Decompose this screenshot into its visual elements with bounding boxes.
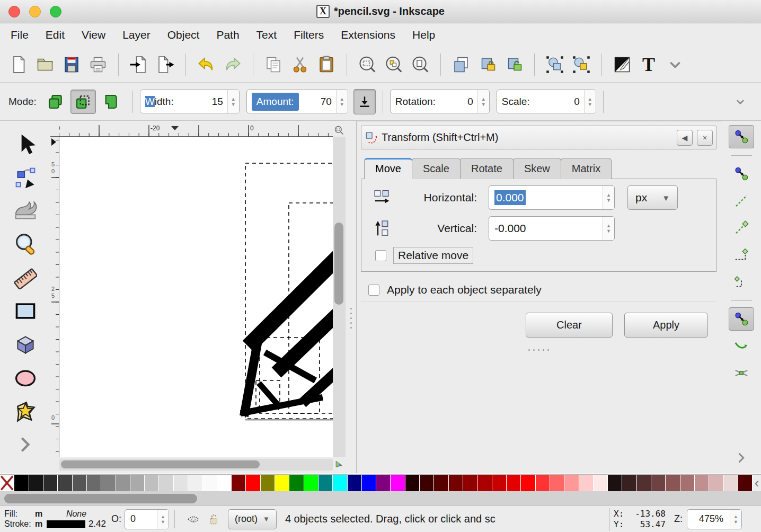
- export-document-button[interactable]: [152, 51, 179, 78]
- opacity-spinbox[interactable]: 0 ▲▼: [125, 509, 169, 529]
- undo-button[interactable]: [193, 51, 219, 78]
- ellipse-tool-button[interactable]: [9, 361, 42, 394]
- palette-swatch[interactable]: [492, 475, 507, 491]
- palette-swatch[interactable]: [145, 475, 159, 491]
- palette-swatch[interactable]: [695, 475, 709, 491]
- rotation-spin-arrows[interactable]: ▲▼: [477, 90, 489, 113]
- overflow-chevron-button[interactable]: [662, 51, 688, 78]
- menu-object[interactable]: Object: [159, 23, 208, 47]
- scale-spin-arrows[interactable]: ▲▼: [584, 90, 596, 113]
- use-pressure-toggle[interactable]: [353, 89, 376, 114]
- ruler-zoom-icon[interactable]: 1:1: [333, 123, 346, 137]
- paste-button[interactable]: [313, 51, 340, 78]
- horizontal-spin-arrows[interactable]: ▲▼: [603, 186, 614, 209]
- palette-swatch[interactable]: [348, 475, 362, 491]
- palette-swatch[interactable]: [333, 475, 347, 491]
- clear-button[interactable]: Clear: [526, 313, 613, 338]
- rectangle-tool-button[interactable]: [9, 294, 42, 327]
- snap-bbox-centers-button[interactable]: [729, 270, 754, 294]
- measure-tool-button[interactable]: [9, 261, 42, 294]
- tab-skew[interactable]: Skew: [513, 158, 561, 179]
- box3d-tool-button[interactable]: [9, 327, 42, 361]
- palette-swatch[interactable]: [362, 475, 376, 491]
- ungroup-button[interactable]: [568, 51, 595, 78]
- layer-visibility-icon[interactable]: [187, 512, 200, 526]
- palette-swatch[interactable]: [73, 475, 87, 491]
- palette-swatch[interactable]: [188, 475, 202, 491]
- zoom-spin-arrows[interactable]: ▲▼: [730, 510, 741, 529]
- palette-swatch[interactable]: [594, 475, 608, 491]
- zoom-window-button[interactable]: [50, 6, 61, 17]
- horizontal-ruler[interactable]: -40-200: [59, 123, 333, 137]
- snap-bbox-corners-button[interactable]: [729, 216, 754, 240]
- zoom-drawing-button[interactable]: [380, 51, 407, 78]
- palette-swatch[interactable]: [420, 475, 434, 491]
- scale-spinbox[interactable]: Scale: 0 ▲▼: [497, 90, 596, 113]
- palette-swatch[interactable]: [724, 475, 738, 491]
- apply-button[interactable]: Apply: [624, 313, 708, 338]
- text-dialog-button[interactable]: T: [635, 51, 662, 78]
- save-document-button[interactable]: [58, 51, 85, 78]
- palette-swatch[interactable]: [101, 475, 116, 491]
- horizontal-scrollbar[interactable]: [59, 459, 333, 471]
- apply-each-checkbox[interactable]: [368, 285, 379, 296]
- dialog-resize-grip[interactable]: [361, 349, 716, 351]
- palette-swatch[interactable]: [174, 475, 188, 491]
- menu-view[interactable]: View: [73, 23, 114, 47]
- palette-swatch[interactable]: [202, 475, 217, 491]
- snap-intersections-button[interactable]: [729, 361, 754, 385]
- tweak-tool-button[interactable]: [9, 194, 42, 227]
- minimize-window-button[interactable]: [29, 6, 41, 17]
- palette-swatch[interactable]: [261, 475, 275, 491]
- window-resize-grip[interactable]: [745, 509, 761, 530]
- create-clone-button[interactable]: [474, 51, 501, 78]
- snap-bounding-box-button[interactable]: [729, 162, 754, 185]
- palette-swatch[interactable]: [289, 475, 304, 491]
- unit-dropdown[interactable]: px▼: [627, 185, 678, 210]
- palette-swatch[interactable]: [449, 475, 463, 491]
- star-tool-button[interactable]: [9, 394, 42, 428]
- palette-swatch[interactable]: [376, 475, 391, 491]
- tab-rotate[interactable]: Rotate: [460, 158, 514, 179]
- close-window-button[interactable]: [8, 6, 20, 17]
- options-overflow-chevron[interactable]: [733, 95, 747, 109]
- stroke-swatch[interactable]: [47, 520, 85, 528]
- tab-scale[interactable]: Scale: [412, 158, 461, 179]
- palette-swatch[interactable]: [666, 475, 680, 491]
- palette-swatch[interactable]: [116, 475, 130, 491]
- opacity-spin-arrows[interactable]: ▲▼: [157, 510, 169, 529]
- dialog-header[interactable]: Transform (Shift+Ctrl+M) ◀ ×: [361, 126, 716, 149]
- palette-swatch[interactable]: [564, 475, 579, 491]
- palette-swatch[interactable]: [637, 475, 651, 491]
- color-management-icon[interactable]: [333, 459, 346, 471]
- more-tools-chevron-button[interactable]: [9, 428, 42, 461]
- menu-file[interactable]: File: [2, 23, 37, 47]
- vertical-scrollbar[interactable]: [333, 137, 346, 457]
- palette-swatch[interactable]: [304, 475, 318, 491]
- tab-move[interactable]: Move: [364, 158, 412, 179]
- spray-single-path-mode-button[interactable]: [98, 90, 123, 114]
- group-button[interactable]: [542, 51, 568, 78]
- palette-swatch[interactable]: [622, 475, 636, 491]
- palette-swatch[interactable]: [738, 475, 753, 491]
- fill-stroke-dialog-button[interactable]: [609, 51, 635, 78]
- palette-swatch[interactable]: [405, 475, 420, 491]
- palette-swatch[interactable]: [159, 475, 173, 491]
- vertical-scrollbar-thumb[interactable]: [334, 223, 343, 305]
- import-document-button[interactable]: [126, 51, 152, 78]
- menu-path[interactable]: Path: [208, 23, 247, 47]
- palette-swatch[interactable]: [130, 475, 145, 491]
- zoom-tool-button[interactable]: [9, 227, 42, 261]
- drawing-canvas[interactable]: [59, 137, 333, 457]
- menu-help[interactable]: Help: [404, 23, 444, 47]
- palette-swatch[interactable]: [58, 475, 72, 491]
- unlink-clone-button[interactable]: [501, 51, 527, 78]
- snap-toggle-button[interactable]: [729, 125, 754, 148]
- menu-extensions[interactable]: Extensions: [332, 23, 404, 47]
- horizontal-input[interactable]: 0.000 ▲▼: [489, 185, 615, 210]
- zoom-selection-button[interactable]: [354, 51, 380, 78]
- cut-button[interactable]: [287, 51, 313, 78]
- relative-move-checkbox[interactable]: [375, 250, 386, 261]
- palette-swatch[interactable]: [275, 475, 289, 491]
- palette-swatch[interactable]: [651, 475, 666, 491]
